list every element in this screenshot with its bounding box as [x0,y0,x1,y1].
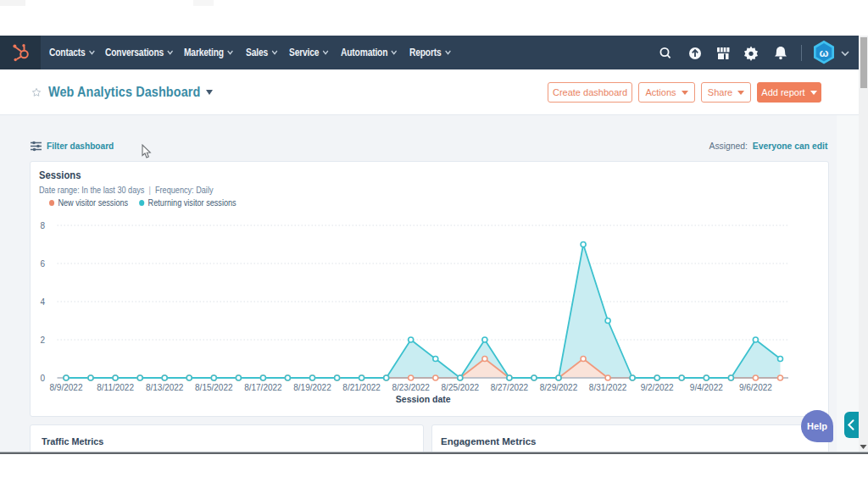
svg-text:8/23/2022: 8/23/2022 [392,383,430,392]
svg-text:8/11/2022: 8/11/2022 [97,383,134,392]
svg-text:8/13/2022: 8/13/2022 [146,383,184,392]
svg-text:8/29/2022: 8/29/2022 [540,383,578,392]
svg-text:8/27/2022: 8/27/2022 [491,383,529,392]
svg-text:9/6/2022: 9/6/2022 [739,383,772,392]
svg-text:6: 6 [40,259,45,269]
svg-text:9/2/2022: 9/2/2022 [641,383,674,392]
svg-text:8/15/2022: 8/15/2022 [195,383,233,392]
svg-text:8/31/2022: 8/31/2022 [589,383,627,392]
svg-text:2: 2 [40,336,45,345]
svg-text:Session date: Session date [396,394,451,404]
svg-text:ω: ω [820,47,829,59]
svg-text:8/21/2022: 8/21/2022 [342,383,381,392]
svg-text:8/9/2022: 8/9/2022 [50,383,83,392]
svg-text:4: 4 [40,297,45,307]
svg-text:9/4/2022: 9/4/2022 [690,383,723,392]
svg-text:8/19/2022: 8/19/2022 [293,383,331,392]
svg-text:8/25/2022: 8/25/2022 [442,383,480,392]
svg-text:8/17/2022: 8/17/2022 [244,383,282,392]
svg-text:8: 8 [40,221,45,230]
svg-text:0: 0 [40,374,45,383]
